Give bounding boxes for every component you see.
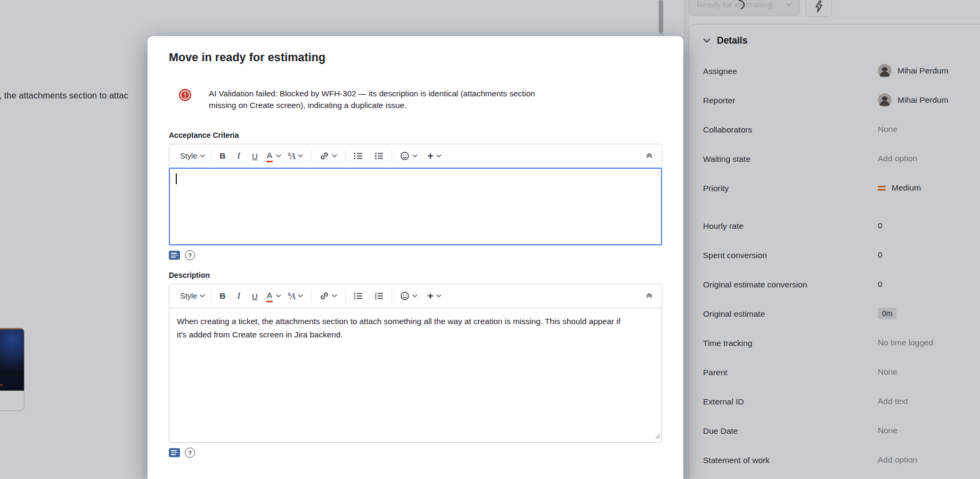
font-size-dropdown[interactable]: aA: [284, 288, 306, 304]
numbered-list-button[interactable]: [371, 150, 387, 162]
font-size-dropdown[interactable]: aA: [284, 148, 306, 164]
bold-button[interactable]: B: [216, 288, 228, 303]
description-textarea[interactable]: When creating a ticket, the attachments …: [169, 308, 662, 443]
bold-button[interactable]: B: [216, 148, 228, 163]
modal-title: Move in ready for estimating: [169, 51, 662, 64]
chevron-down-icon: [200, 154, 205, 158]
chevrons-up-icon: [646, 152, 653, 159]
text-color-dropdown[interactable]: [273, 292, 284, 300]
bullet-list-button[interactable]: [350, 290, 366, 302]
acceptance-criteria-textarea[interactable]: [169, 168, 662, 245]
chevron-down-icon: [298, 294, 303, 298]
resize-grip[interactable]: [654, 432, 660, 441]
underline-button[interactable]: U: [249, 289, 261, 303]
link-icon: [320, 291, 329, 301]
text-color-button[interactable]: A: [266, 150, 273, 163]
chevron-down-icon: [412, 294, 418, 298]
description-label: Description: [169, 271, 662, 279]
style-dropdown[interactable]: Style: [177, 149, 206, 163]
emoji-icon: [400, 151, 410, 161]
numbered-list-icon: [374, 292, 383, 300]
editor-toolbar-acceptance: Style B I U A aA: [169, 144, 662, 168]
insert-more-dropdown[interactable]: +: [424, 150, 444, 162]
markup-toggle-icon[interactable]: [169, 448, 180, 457]
markup-toggle-icon[interactable]: [169, 251, 180, 260]
chevron-down-icon: [200, 294, 205, 298]
chevron-down-icon: [276, 154, 281, 158]
emoji-dropdown[interactable]: [397, 148, 421, 163]
chevron-down-icon: [332, 154, 337, 158]
error-text: AI Validation failed: Blocked by WFH-302…: [209, 88, 535, 111]
chevron-down-icon: [436, 154, 442, 158]
chevron-down-icon: [298, 154, 303, 158]
transition-modal: Move in ready for estimating AI Validati…: [148, 36, 683, 479]
link-icon: [320, 151, 329, 161]
chevron-down-icon: [332, 294, 337, 298]
chevron-down-icon: [276, 294, 281, 298]
underline-button[interactable]: U: [249, 149, 261, 163]
numbered-list-icon: [374, 152, 383, 160]
collapse-toolbar-button[interactable]: [643, 289, 655, 303]
help-icon[interactable]: ?: [185, 250, 195, 260]
help-icon[interactable]: ?: [185, 448, 195, 458]
italic-button[interactable]: I: [234, 288, 243, 304]
chevron-down-icon: [412, 154, 418, 158]
editor-toolbar-description: Style B I U A aA: [169, 284, 662, 308]
link-dropdown[interactable]: [316, 148, 340, 163]
collapse-toolbar-button[interactable]: [643, 149, 655, 163]
text-color-dropdown[interactable]: [273, 152, 284, 160]
acceptance-criteria-label: Acceptance Criteria: [169, 131, 662, 139]
bullet-list-button[interactable]: [350, 150, 366, 162]
insert-more-dropdown[interactable]: +: [424, 290, 444, 302]
error-icon: [178, 88, 192, 102]
style-dropdown[interactable]: Style: [177, 289, 206, 303]
emoji-dropdown[interactable]: [397, 288, 421, 303]
italic-button[interactable]: I: [234, 148, 243, 164]
description-text: When creating a ticket, the attachments …: [177, 315, 622, 341]
chevrons-up-icon: [646, 292, 653, 299]
bullet-list-icon: [354, 152, 363, 160]
bullet-list-icon: [354, 292, 363, 300]
screen: t, the attachments section to attac Read…: [0, 0, 980, 479]
emoji-icon: [400, 291, 410, 301]
validation-error-message: AI Validation failed: Blocked by WFH-302…: [178, 88, 662, 111]
link-dropdown[interactable]: [316, 288, 340, 303]
text-cursor: [176, 174, 177, 184]
text-color-button[interactable]: A: [266, 290, 273, 303]
chevron-down-icon: [436, 294, 442, 298]
numbered-list-button[interactable]: [371, 290, 387, 302]
